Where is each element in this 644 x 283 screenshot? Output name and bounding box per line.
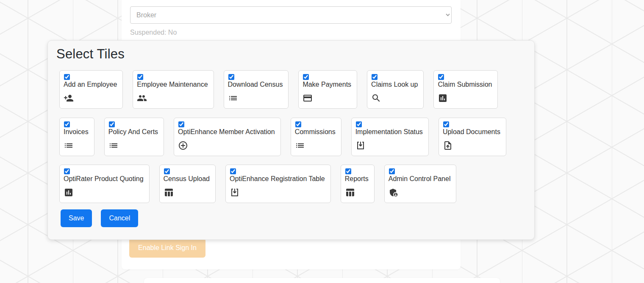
modal-button-row: Save Cancel <box>61 209 138 227</box>
tile-label-invoices: Invoices <box>64 128 89 136</box>
tile-checkbox-invoices[interactable] <box>64 121 70 127</box>
select-tiles-modal: Select Tiles Add an EmployeeEmployee Mai… <box>47 40 535 240</box>
suspended-status-text: Suspended: No <box>130 29 177 36</box>
tile-checkbox-reports[interactable] <box>345 168 351 174</box>
tile-row-2: InvoicesPolicy And CertsOptiEnhance Memb… <box>59 118 506 156</box>
tile-policy-and-certs[interactable]: Policy And Certs <box>104 118 164 156</box>
file-upload-icon <box>443 140 453 151</box>
plus-circle-icon <box>178 140 188 151</box>
tile-make-payments[interactable]: Make Payments <box>298 70 357 109</box>
save-button[interactable]: Save <box>61 209 92 227</box>
tile-optirater-product-quoting[interactable]: OptiRater Product Quoting <box>59 165 150 203</box>
bar-chart-icon <box>438 93 448 103</box>
tile-claim-submission[interactable]: Claim Submission <box>433 70 498 109</box>
list-icon <box>64 140 74 151</box>
bar-chart-icon <box>64 187 74 198</box>
tile-optienhance-registration-table[interactable]: OptiEnhance Registration Table <box>225 165 331 203</box>
table-icon <box>164 187 174 198</box>
tile-checkbox-upload-documents[interactable] <box>443 121 449 127</box>
list-icon <box>108 140 119 151</box>
person-add-icon <box>64 93 74 103</box>
tile-claims-look-up[interactable]: Claims Look up <box>367 70 424 109</box>
tile-checkbox-download-census[interactable] <box>228 74 234 80</box>
tile-upload-documents[interactable]: Upload Documents <box>439 118 506 156</box>
tile-checkbox-census-upload[interactable] <box>164 168 170 174</box>
tile-add-an-employee[interactable]: Add an Employee <box>59 70 123 109</box>
tile-label-add-an-employee: Add an Employee <box>64 81 117 88</box>
tile-label-census-upload: Census Upload <box>164 175 210 183</box>
search-icon <box>371 93 381 103</box>
tile-checkbox-optienhance-registration-table[interactable] <box>230 168 236 174</box>
table-icon <box>345 187 355 198</box>
download-box-icon <box>355 140 366 151</box>
tile-optienhance-member-activation[interactable]: OptiEnhance Member Activation <box>174 118 281 156</box>
tile-label-implementation-status: Implementation Status <box>355 128 423 136</box>
enable-link-sign-in-button[interactable]: Enable Link Sign In <box>129 238 205 258</box>
tile-admin-control-panel[interactable]: Admin Control Panel <box>384 165 457 203</box>
tile-label-upload-documents: Upload Documents <box>443 128 500 136</box>
credit-card-icon <box>303 93 313 103</box>
tile-employee-maintenance[interactable]: Employee Maintenance <box>133 70 214 109</box>
tile-checkbox-policy-and-certs[interactable] <box>109 121 115 127</box>
tile-checkbox-make-payments[interactable] <box>303 74 309 80</box>
admin-shield-icon <box>389 187 399 198</box>
cancel-button[interactable]: Cancel <box>101 209 138 227</box>
tile-checkbox-implementation-status[interactable] <box>356 121 362 127</box>
tile-label-make-payments: Make Payments <box>303 81 351 88</box>
tile-reports[interactable]: Reports <box>341 165 375 203</box>
tile-row-1: Add an EmployeeEmployee MaintenanceDownl… <box>59 70 498 109</box>
tile-label-claim-submission: Claim Submission <box>438 81 492 88</box>
broker-select[interactable]: Broker <box>130 6 452 24</box>
tile-checkbox-admin-control-panel[interactable] <box>389 168 395 174</box>
tile-download-census[interactable]: Download Census <box>224 70 289 109</box>
tile-checkbox-optienhance-member-activation[interactable] <box>178 121 184 127</box>
tile-label-claims-look-up: Claims Look up <box>371 81 418 88</box>
tile-row-3: OptiRater Product QuotingCensus UploadOp… <box>59 165 456 203</box>
lower-content-card <box>144 278 500 283</box>
tile-label-optienhance-member-activation: OptiEnhance Member Activation <box>178 128 275 136</box>
tile-checkbox-employee-maintenance[interactable] <box>137 74 143 80</box>
tile-checkbox-commissions[interactable] <box>295 121 301 127</box>
tile-checkbox-optirater-product-quoting[interactable] <box>64 168 70 174</box>
tile-label-employee-maintenance: Employee Maintenance <box>137 81 208 88</box>
modal-title: Select Tiles <box>56 47 125 62</box>
tile-label-reports: Reports <box>345 175 369 183</box>
list-icon <box>228 93 238 103</box>
tile-label-optienhance-registration-table: OptiEnhance Registration Table <box>230 175 325 183</box>
people-icon <box>137 93 147 103</box>
tile-label-optirater-product-quoting: OptiRater Product Quoting <box>64 175 144 183</box>
tile-invoices[interactable]: Invoices <box>59 118 94 156</box>
download-box-icon <box>230 187 240 198</box>
tile-checkbox-claims-look-up[interactable] <box>372 74 378 80</box>
tile-label-admin-control-panel: Admin Control Panel <box>389 175 451 183</box>
tile-checkbox-claim-submission[interactable] <box>438 74 444 80</box>
tile-implementation-status[interactable]: Implementation Status <box>351 118 429 156</box>
tile-commissions[interactable]: Commissions <box>291 118 341 156</box>
tile-label-commissions: Commissions <box>295 128 336 136</box>
tile-label-download-census: Download Census <box>228 81 283 88</box>
tile-label-policy-and-certs: Policy And Certs <box>108 128 158 136</box>
tile-census-upload[interactable]: Census Upload <box>159 165 216 203</box>
list-icon <box>295 140 305 151</box>
tile-checkbox-add-an-employee[interactable] <box>64 74 70 80</box>
